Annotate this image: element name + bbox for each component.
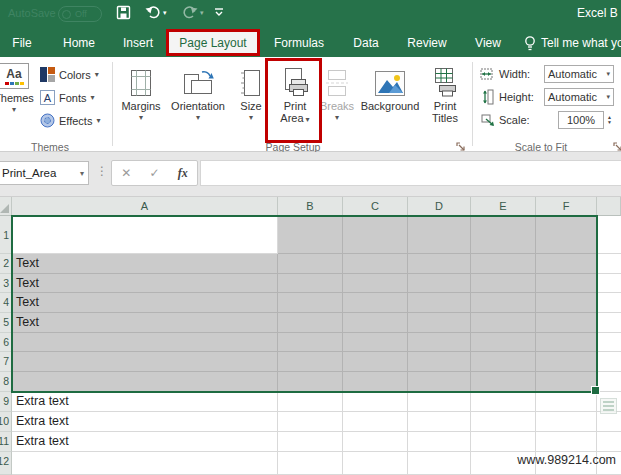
- selection-options-icon[interactable]: [600, 398, 617, 414]
- scale-input[interactable]: 100%: [558, 111, 604, 129]
- cell-E4[interactable]: [471, 293, 536, 313]
- tab-formulas[interactable]: Formulas: [274, 28, 324, 57]
- cell-B6[interactable]: [278, 333, 343, 353]
- enter-icon[interactable]: ✓: [149, 166, 159, 180]
- tab-insert[interactable]: Insert: [123, 28, 153, 57]
- cell-B1[interactable]: [278, 216, 343, 254]
- cell-A12[interactable]: [12, 452, 278, 475]
- undo-button[interactable]: ▾: [145, 5, 167, 20]
- cell-G3[interactable]: [597, 274, 621, 294]
- cell-A6[interactable]: [12, 333, 278, 353]
- insert-function-icon[interactable]: fx: [178, 166, 188, 181]
- row-header-7[interactable]: 7: [0, 352, 12, 372]
- cell-F6[interactable]: [536, 333, 597, 353]
- cell-E3[interactable]: [471, 274, 536, 294]
- cell-D3[interactable]: [408, 274, 471, 294]
- row-header-3[interactable]: 3: [0, 274, 12, 294]
- cell-D2[interactable]: [408, 254, 471, 274]
- cell-A5[interactable]: Text: [12, 313, 278, 333]
- cell-G2[interactable]: [597, 254, 621, 274]
- cell-B2[interactable]: [278, 254, 343, 274]
- cell-A7[interactable]: [12, 352, 278, 372]
- cell-C5[interactable]: [343, 313, 408, 333]
- column-header-D[interactable]: D: [408, 197, 471, 216]
- cell-B10[interactable]: [278, 412, 343, 432]
- cell-G10[interactable]: [597, 412, 621, 432]
- cell-D6[interactable]: [408, 333, 471, 353]
- row-header-10[interactable]: 10: [0, 412, 12, 432]
- row-header-6[interactable]: 6: [0, 333, 12, 353]
- row-header-8[interactable]: 8: [0, 372, 12, 392]
- cell-B7[interactable]: [278, 352, 343, 372]
- cell-C9[interactable]: [343, 392, 408, 412]
- cell-C6[interactable]: [343, 333, 408, 353]
- row-header-1[interactable]: 1: [0, 216, 12, 254]
- size-button[interactable]: Size ▾: [230, 61, 272, 145]
- cell-D1[interactable]: [408, 216, 471, 254]
- colors-button[interactable]: Colors ▾: [40, 67, 99, 82]
- cell-F10[interactable]: [536, 412, 597, 432]
- cell-C8[interactable]: [343, 372, 408, 392]
- cell-F3[interactable]: [536, 274, 597, 294]
- cell-A11[interactable]: Extra text: [12, 432, 278, 452]
- cell-E10[interactable]: [471, 412, 536, 432]
- cell-A4[interactable]: Text: [12, 293, 278, 313]
- cancel-icon[interactable]: ✕: [121, 166, 131, 180]
- column-header-A[interactable]: A: [12, 197, 278, 216]
- print-area-button[interactable]: Print Area▾: [271, 61, 319, 145]
- customize-qat-button[interactable]: [214, 8, 224, 17]
- select-all-button[interactable]: [0, 197, 12, 216]
- cell-E9[interactable]: [471, 392, 536, 412]
- width-combobox[interactable]: Automatic ▾: [544, 65, 614, 83]
- cell-D11[interactable]: [408, 432, 471, 452]
- row-header-11[interactable]: 11: [0, 432, 12, 452]
- cell-G8[interactable]: [597, 372, 621, 392]
- scale-spinner[interactable]: ▲ ▼: [604, 111, 615, 129]
- tab-page-layout[interactable]: Page Layout: [166, 29, 260, 56]
- row-header-9[interactable]: 9: [0, 392, 12, 412]
- print-titles-button[interactable]: Print Titles: [421, 61, 469, 145]
- effects-button[interactable]: Effects ▾: [40, 113, 100, 128]
- cell-E11[interactable]: [471, 432, 536, 452]
- tab-home[interactable]: Home: [63, 28, 95, 57]
- cell-F11[interactable]: [536, 432, 597, 452]
- cell-A10[interactable]: Extra text: [12, 412, 278, 432]
- cell-C12[interactable]: [343, 452, 408, 475]
- cell-D10[interactable]: [408, 412, 471, 432]
- tab-file[interactable]: File: [12, 28, 31, 57]
- name-box[interactable]: Print_Area ▾: [0, 161, 89, 185]
- row-header-12[interactable]: 12: [0, 452, 12, 475]
- cell-A2[interactable]: Text: [12, 254, 278, 274]
- cell-D12[interactable]: [408, 452, 471, 475]
- cell-B3[interactable]: [278, 274, 343, 294]
- cell-F5[interactable]: [536, 313, 597, 333]
- cell-B12[interactable]: [278, 452, 343, 475]
- fonts-button[interactable]: A Fonts ▾: [40, 90, 95, 105]
- cell-B8[interactable]: [278, 372, 343, 392]
- formula-input[interactable]: [200, 160, 621, 186]
- cell-B11[interactable]: [278, 432, 343, 452]
- cell-B9[interactable]: [278, 392, 343, 412]
- cell-A3[interactable]: Text: [12, 274, 278, 294]
- cell-C7[interactable]: [343, 352, 408, 372]
- background-button[interactable]: Background: [357, 61, 423, 145]
- row-header-4[interactable]: 4: [0, 293, 12, 313]
- cell-C10[interactable]: [343, 412, 408, 432]
- cell-F2[interactable]: [536, 254, 597, 274]
- cell-F7[interactable]: [536, 352, 597, 372]
- cell-B5[interactable]: [278, 313, 343, 333]
- cell-G7[interactable]: [597, 352, 621, 372]
- margins-button[interactable]: Margins ▾: [116, 61, 166, 145]
- tell-me-box[interactable]: Tell me what yo: [524, 28, 621, 57]
- cell-A9[interactable]: Extra text: [12, 392, 278, 412]
- column-header-E[interactable]: E: [471, 197, 536, 216]
- cell-C3[interactable]: [343, 274, 408, 294]
- cell-C2[interactable]: [343, 254, 408, 274]
- row-header-2[interactable]: 2: [0, 254, 12, 274]
- cell-E5[interactable]: [471, 313, 536, 333]
- cell-C11[interactable]: [343, 432, 408, 452]
- column-header-B[interactable]: B: [278, 197, 343, 216]
- redo-button[interactable]: ▾: [182, 5, 204, 20]
- formula-bar-splitter[interactable]: ⋮: [96, 164, 108, 178]
- autosave-toggle[interactable]: Off: [58, 6, 102, 22]
